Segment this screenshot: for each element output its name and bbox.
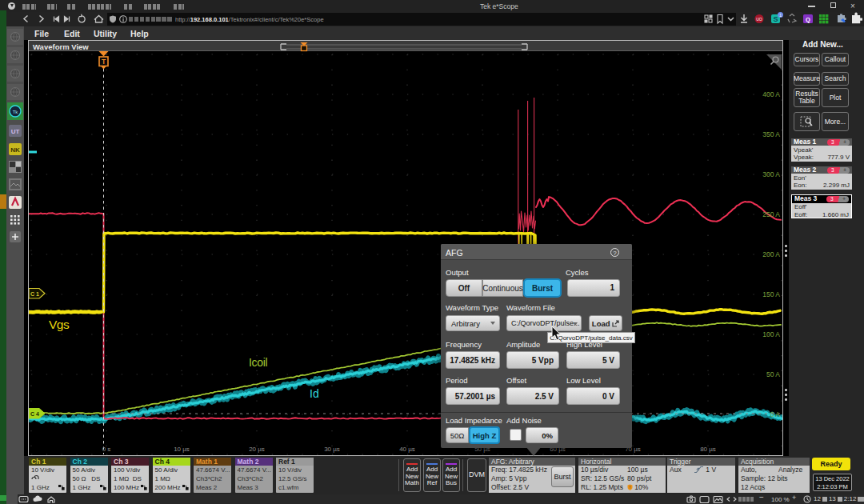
svg-text:250 A: 250 A	[762, 210, 780, 218]
svg-text:C 4: C 4	[30, 411, 39, 417]
svg-text:0 s: 0 s	[102, 446, 111, 453]
svg-text:80 µs: 80 µs	[700, 446, 716, 453]
svg-text:C 1: C 1	[30, 291, 39, 297]
svg-text:30 µs: 30 µs	[324, 446, 340, 453]
svg-text:UO: UO	[756, 17, 762, 22]
svg-text:20 µs: 20 µs	[249, 446, 265, 453]
svg-text:NK: NK	[10, 146, 20, 154]
svg-text:150 A: 150 A	[762, 290, 780, 298]
svg-text:Q: Q	[806, 16, 810, 23]
svg-text:!: !	[630, 485, 630, 490]
svg-text:Tk: Tk	[13, 110, 19, 114]
svg-text:0 A: 0 A	[770, 410, 781, 418]
svg-text:T: T	[102, 58, 106, 66]
svg-text:50 A: 50 A	[766, 370, 780, 378]
svg-text:40 µs: 40 µs	[399, 446, 415, 453]
svg-text:300 A: 300 A	[762, 170, 780, 178]
svg-text:1: 1	[779, 13, 782, 18]
svg-text:S: S	[773, 15, 778, 23]
svg-text:10 µs: 10 µs	[174, 446, 190, 453]
svg-text:400 A: 400 A	[762, 90, 780, 98]
svg-text:200 A: 200 A	[762, 250, 780, 258]
svg-text:UT: UT	[11, 128, 20, 135]
svg-text:350 A: 350 A	[762, 130, 780, 138]
svg-text:100 A: 100 A	[762, 330, 780, 338]
